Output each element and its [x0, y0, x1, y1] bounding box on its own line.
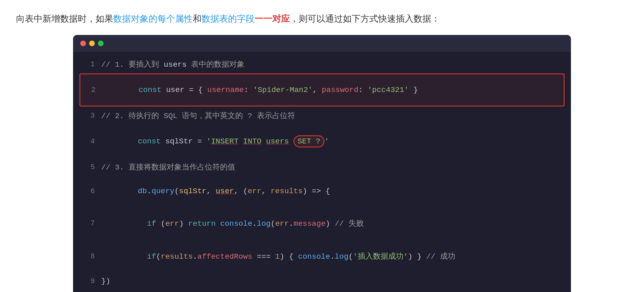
line-num-8: 8: [85, 252, 95, 260]
code-line-3: 3 // 2. 待执行的 SQL 语句，其中英文的 ? 表示占位符: [73, 107, 571, 124]
code-content-6: db.query(sqlStr, user, (err, results) =>…: [101, 178, 330, 204]
code-body: 1 // 1. 要插入到 users 表中的数据对象 2 const user …: [73, 52, 571, 292]
line-num-6: 6: [85, 187, 95, 195]
code-line-6: 6 db.query(sqlStr, user, (err, results) …: [73, 176, 571, 207]
code-content-2: const user = { username: 'Spider-Man2', …: [102, 77, 418, 103]
intro-highlight-red: 一一对应: [255, 14, 290, 24]
line-num-2: 2: [86, 86, 96, 94]
code-line-4: 4 const sqlStr = 'INSERT INTO users SET …: [73, 124, 571, 159]
code-content-5: // 3. 直接将数据对象当作占位符的值: [101, 162, 235, 172]
code-content-7: if (err) return console.log(err.message)…: [101, 209, 364, 237]
intro-prefix: 向表中新增数据时，如果: [16, 14, 113, 24]
code-line-2: 2 const user = { username: 'Spider-Man2'…: [79, 74, 565, 106]
intro-highlight1: 数据对象的每个属性: [113, 14, 193, 24]
line-num-1: 1: [85, 60, 95, 68]
line-num-9: 9: [85, 277, 95, 285]
code-window: 1 // 1. 要插入到 users 表中的数据对象 2 const user …: [73, 35, 571, 292]
line-num-3: 3: [85, 112, 95, 120]
intro-highlight2: 数据表的字段: [202, 14, 255, 24]
code-content-4: const sqlStr = 'INSERT INTO users SET ?': [101, 127, 329, 156]
code-content-1: // 1. 要插入到 users 表中的数据对象: [101, 59, 245, 69]
line-num-5: 5: [85, 163, 95, 171]
intro-mid1: 和: [193, 14, 202, 24]
code-line-5: 5 // 3. 直接将数据对象当作占位符的值: [73, 159, 571, 176]
code-line-1: 1 // 1. 要插入到 users 表中的数据对象: [73, 56, 571, 73]
line-num-4: 4: [85, 137, 95, 145]
dot-green: [98, 41, 104, 46]
dot-red: [80, 41, 86, 46]
code-line-7: 7 if (err) return console.log(err.messag…: [73, 207, 571, 240]
code-line-9: 9 }): [73, 273, 571, 290]
code-content-8: if(results.affectedRows === 1) { console…: [101, 242, 455, 270]
dot-yellow: [89, 41, 95, 46]
intro-suffix: ，则可以通过如下方式快速插入数据：: [290, 14, 440, 24]
code-line-8: 8 if(results.affectedRows === 1) { conso…: [73, 240, 571, 273]
code-content-9: }): [101, 277, 110, 286]
title-bar: [73, 35, 571, 52]
code-content-3: // 2. 待执行的 SQL 语句，其中英文的 ? 表示占位符: [101, 110, 295, 121]
intro-text: 向表中新增数据时，如果数据对象的每个属性和数据表的字段一一对应，则可以通过如下方…: [16, 12, 628, 25]
line-num-7: 7: [85, 219, 95, 227]
